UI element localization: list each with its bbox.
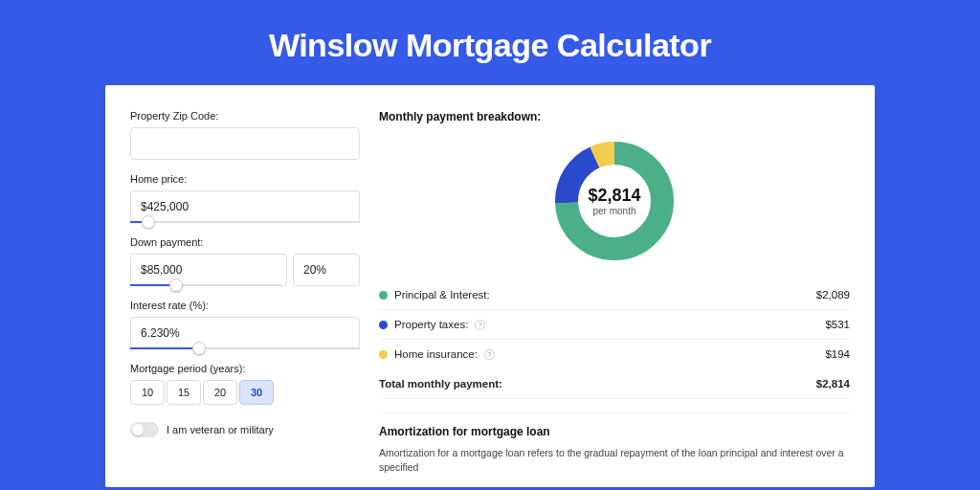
legend-label: Property taxes: bbox=[394, 319, 468, 330]
down-payment-label: Down payment: bbox=[130, 236, 360, 248]
total-label: Total monthly payment: bbox=[379, 378, 502, 390]
page-title: Winslow Mortgage Calculator bbox=[0, 0, 980, 85]
legend-value: $194 bbox=[825, 348, 850, 360]
legend-label: Principal & Interest: bbox=[394, 289, 490, 301]
legend-row: Principal & Interest:$2,089 bbox=[379, 280, 850, 310]
period-field: Mortgage period (years): 10152030 bbox=[130, 363, 360, 405]
donut-sub: per month bbox=[592, 206, 635, 216]
veteran-label: I am veteran or military bbox=[167, 424, 274, 435]
legend-dot bbox=[379, 291, 388, 300]
interest-field: Interest rate (%): bbox=[130, 300, 360, 349]
donut-chart: $2,814 per month bbox=[379, 139, 850, 263]
legend-value: $531 bbox=[825, 319, 850, 330]
amort-text: Amortization for a mortgage loan refers … bbox=[379, 446, 850, 474]
period-buttons: 10152030 bbox=[130, 380, 360, 405]
slider-thumb[interactable] bbox=[192, 342, 206, 355]
amortization-section: Amortization for mortgage loan Amortizat… bbox=[379, 412, 850, 474]
veteran-row: I am veteran or military bbox=[130, 422, 360, 437]
home-price-label: Home price: bbox=[130, 173, 360, 185]
interest-label: Interest rate (%): bbox=[130, 300, 360, 311]
total-row: Total monthly payment: $2,814 bbox=[379, 368, 850, 399]
calculator-card: Property Zip Code: Home price: Down paym… bbox=[105, 85, 875, 487]
down-payment-field: Down payment: bbox=[130, 236, 360, 286]
legend-dot bbox=[379, 350, 388, 359]
zip-field: Property Zip Code: bbox=[130, 110, 360, 160]
donut-amount: $2,814 bbox=[588, 186, 640, 206]
veteran-toggle[interactable] bbox=[130, 422, 159, 437]
form-panel: Property Zip Code: Home price: Down paym… bbox=[130, 110, 360, 487]
legend-label: Home insurance: bbox=[394, 348, 478, 360]
home-price-field: Home price: bbox=[130, 173, 360, 223]
legend-dot bbox=[379, 321, 388, 329]
zip-input[interactable] bbox=[130, 127, 360, 160]
breakdown-panel: Monthly payment breakdown: $2,814 per mo… bbox=[379, 110, 850, 487]
zip-label: Property Zip Code: bbox=[130, 110, 360, 122]
down-payment-slider[interactable] bbox=[130, 284, 281, 286]
period-btn-15[interactable]: 15 bbox=[167, 380, 201, 405]
interest-slider[interactable] bbox=[130, 347, 360, 349]
legend-row: Property taxes:?$531 bbox=[379, 310, 850, 340]
home-price-slider[interactable] bbox=[130, 221, 360, 223]
help-icon[interactable]: ? bbox=[484, 349, 495, 360]
legend: Principal & Interest:$2,089Property taxe… bbox=[379, 280, 850, 368]
total-value: $2,814 bbox=[816, 378, 850, 390]
home-price-input[interactable] bbox=[130, 190, 360, 223]
slider-thumb[interactable] bbox=[169, 278, 183, 292]
down-payment-pct-input[interactable] bbox=[293, 254, 360, 286]
legend-value: $2,089 bbox=[816, 289, 850, 301]
breakdown-title: Monthly payment breakdown: bbox=[379, 110, 850, 123]
slider-thumb[interactable] bbox=[142, 215, 155, 229]
interest-input[interactable] bbox=[130, 317, 360, 349]
period-btn-20[interactable]: 20 bbox=[203, 380, 237, 405]
period-label: Mortgage period (years): bbox=[130, 363, 360, 374]
down-payment-input[interactable] bbox=[130, 254, 287, 286]
amort-title: Amortization for mortgage loan bbox=[379, 425, 850, 438]
help-icon[interactable]: ? bbox=[475, 320, 485, 330]
period-btn-10[interactable]: 10 bbox=[130, 380, 165, 405]
toggle-knob bbox=[132, 424, 144, 435]
legend-row: Home insurance:?$194 bbox=[379, 340, 850, 368]
period-btn-30[interactable]: 30 bbox=[239, 380, 274, 405]
